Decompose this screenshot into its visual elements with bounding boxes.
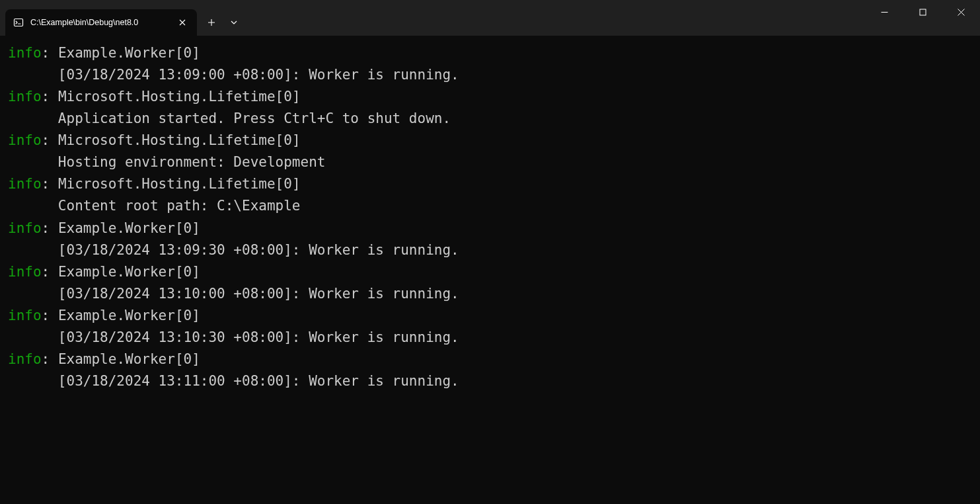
titlebar: C:\Example\bin\Debug\net8.0 bbox=[0, 0, 980, 36]
log-line: info: Example.Worker[0] bbox=[8, 349, 972, 370]
maximize-button[interactable] bbox=[903, 0, 942, 24]
log-level: info bbox=[8, 308, 42, 323]
log-level: info bbox=[8, 264, 42, 280]
log-message: [03/18/2024 13:09:00 +08:00]: Worker is … bbox=[8, 64, 972, 86]
log-message: [03/18/2024 13:11:00 +08:00]: Worker is … bbox=[8, 370, 972, 392]
svg-rect-1 bbox=[920, 9, 926, 15]
log-level: info bbox=[8, 132, 42, 148]
terminal-output[interactable]: info: Example.Worker[0][03/18/2024 13:09… bbox=[0, 36, 980, 399]
log-sep: : bbox=[42, 308, 58, 323]
log-line: info: Example.Worker[0] bbox=[8, 305, 972, 327]
terminal-icon bbox=[13, 17, 24, 28]
new-tab-button[interactable] bbox=[201, 12, 222, 33]
log-source: Example.Worker[0] bbox=[58, 264, 200, 280]
log-line: info: Example.Worker[0] bbox=[8, 42, 972, 64]
tab-dropdown-button[interactable] bbox=[223, 12, 245, 33]
log-line: info: Example.Worker[0] bbox=[8, 261, 972, 283]
minimize-button[interactable] bbox=[865, 0, 903, 24]
log-sep: : bbox=[42, 45, 58, 61]
log-source: Microsoft.Hosting.Lifetime[0] bbox=[58, 132, 301, 148]
close-button[interactable] bbox=[942, 0, 980, 24]
log-line: info: Microsoft.Hosting.Lifetime[0] bbox=[8, 130, 972, 151]
log-sep: : bbox=[42, 132, 58, 148]
log-message: [03/18/2024 13:09:30 +08:00]: Worker is … bbox=[8, 239, 972, 261]
log-source: Microsoft.Hosting.Lifetime[0] bbox=[58, 176, 301, 192]
log-sep: : bbox=[42, 89, 58, 105]
log-source: Microsoft.Hosting.Lifetime[0] bbox=[58, 89, 301, 105]
log-message: [03/18/2024 13:10:30 +08:00]: Worker is … bbox=[8, 327, 972, 349]
log-source: Example.Worker[0] bbox=[58, 351, 200, 367]
log-line: info: Example.Worker[0] bbox=[8, 218, 972, 239]
log-sep: : bbox=[42, 351, 58, 367]
log-sep: : bbox=[42, 220, 58, 236]
log-message: Hosting environment: Development bbox=[8, 151, 972, 173]
log-message: Application started. Press Ctrl+C to shu… bbox=[8, 108, 972, 130]
log-sep: : bbox=[42, 176, 58, 192]
log-source: Example.Worker[0] bbox=[58, 45, 200, 61]
log-level: info bbox=[8, 351, 42, 367]
log-message: Content root path: C:\Example bbox=[8, 195, 972, 217]
log-level: info bbox=[8, 89, 42, 105]
log-level: info bbox=[8, 176, 42, 192]
log-level: info bbox=[8, 45, 42, 61]
log-level: info bbox=[8, 220, 42, 236]
tab-title: C:\Example\bin\Debug\net8.0 bbox=[30, 18, 169, 27]
tab-active[interactable]: C:\Example\bin\Debug\net8.0 bbox=[5, 9, 197, 36]
tab-close-button[interactable] bbox=[176, 16, 189, 29]
log-message: [03/18/2024 13:10:00 +08:00]: Worker is … bbox=[8, 283, 972, 305]
log-line: info: Microsoft.Hosting.Lifetime[0] bbox=[8, 173, 972, 195]
log-source: Example.Worker[0] bbox=[58, 220, 200, 236]
svg-rect-0 bbox=[15, 19, 23, 26]
log-line: info: Microsoft.Hosting.Lifetime[0] bbox=[8, 86, 972, 108]
tab-strip: C:\Example\bin\Debug\net8.0 bbox=[0, 0, 245, 36]
window-controls bbox=[865, 0, 980, 24]
log-source: Example.Worker[0] bbox=[58, 308, 200, 323]
log-sep: : bbox=[42, 264, 58, 280]
